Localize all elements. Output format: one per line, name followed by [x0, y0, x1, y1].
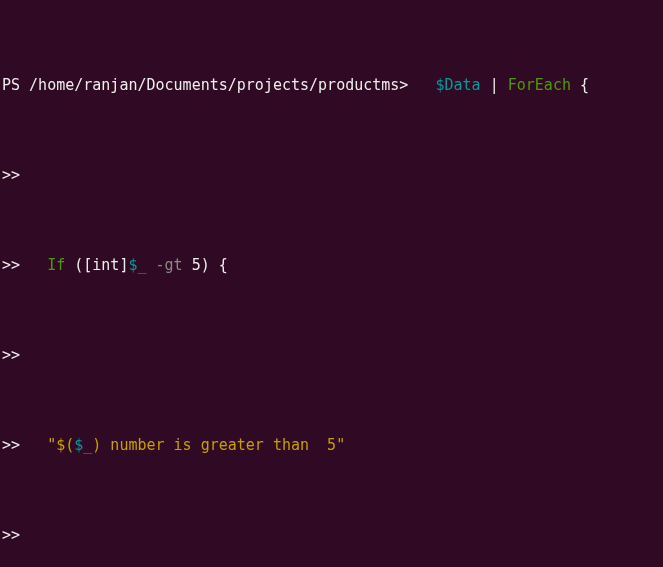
continuation-line: >>	[2, 346, 661, 364]
keyword-foreach: ForEach	[508, 76, 571, 94]
command-line: PS /home/ranjan/Documents/projects/produ…	[2, 76, 661, 94]
continuation-line: >>	[2, 166, 661, 184]
var-underscore: $_	[128, 256, 146, 274]
continuation-line: >> If ([int]$_ -gt 5) {	[2, 256, 661, 274]
keyword-if: If	[47, 256, 65, 274]
continuation-line: >> "$($_) number is greater than 5"	[2, 436, 661, 454]
string-literal: "$(	[47, 436, 74, 454]
var-data: $Data	[435, 76, 480, 94]
prompt: PS /home/ranjan/Documents/projects/produ…	[2, 76, 408, 94]
continuation-line: >>	[2, 526, 661, 544]
operator-gt: -gt	[147, 256, 183, 274]
terminal-screen[interactable]: PS /home/ranjan/Documents/projects/produ…	[0, 0, 663, 567]
